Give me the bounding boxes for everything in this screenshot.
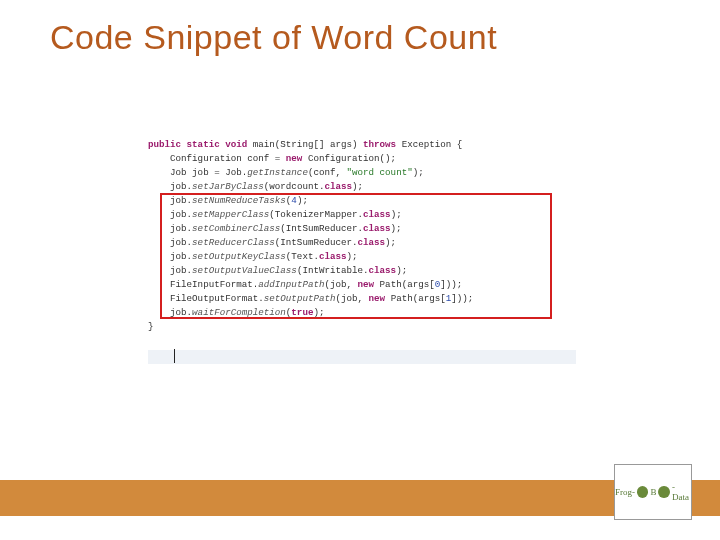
code-line-8: job.setReducerClass(IntSumReducer.class)… [148, 236, 473, 250]
code-line-2: Configuration conf = new Configuration()… [148, 152, 473, 166]
logo-text-left: Frog- [615, 487, 635, 497]
code-line-4: job.setJarByClass(wordcount.class); [148, 180, 473, 194]
logo-glyph: B [650, 487, 656, 497]
logo-text-right: -Data [672, 482, 691, 502]
code-line-7: job.setCombinerClass(IntSumReducer.class… [148, 222, 473, 236]
code-line-3: Job job = Job.getInstance(conf, "word co… [148, 166, 473, 180]
code-snippet: public static void main(String[] args) t… [148, 138, 473, 334]
frog-b-data-logo: Frog-B-Data [614, 464, 692, 520]
footer-bar [0, 480, 720, 516]
code-line-6: job.setMapperClass(TokenizerMapper.class… [148, 208, 473, 222]
editor-highlight-row [148, 350, 576, 364]
code-line-5: job.setNumReduceTasks(4); [148, 194, 473, 208]
code-line-9: job.setOutputKeyClass(Text.class); [148, 250, 473, 264]
code-line-13: job.waitForCompletion(true); [148, 306, 473, 320]
code-line-1: public static void main(String[] args) t… [148, 138, 473, 152]
code-line-15: } [148, 320, 473, 334]
frog-icon [637, 486, 648, 498]
code-line-10: job.setOutputValueClass(IntWritable.clas… [148, 264, 473, 278]
frog-icon [658, 486, 669, 498]
text-caret-icon [174, 349, 175, 363]
code-line-11: FileInputFormat.addInputPath(job, new Pa… [148, 278, 473, 292]
slide-title: Code Snippet of Word Count [0, 0, 720, 57]
code-line-12: FileOutputFormat.setOutputPath(job, new … [148, 292, 473, 306]
